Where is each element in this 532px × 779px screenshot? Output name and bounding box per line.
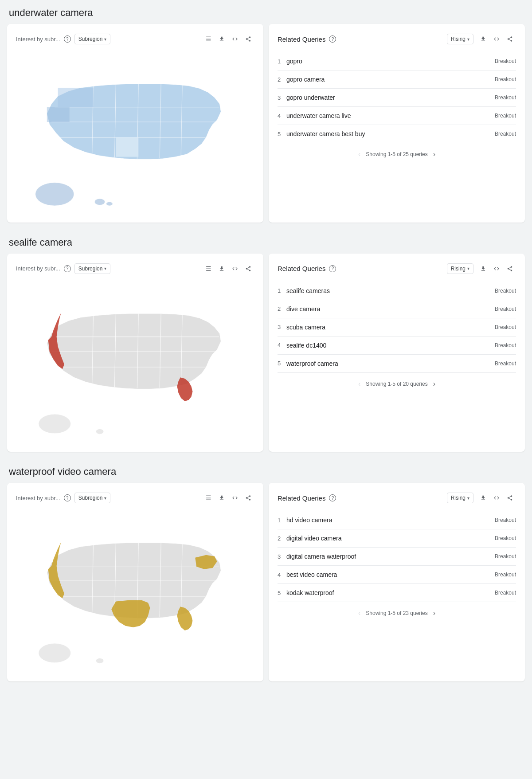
query-text[interactable]: digital video camera xyxy=(286,535,495,542)
query-text[interactable]: sealife cameras xyxy=(286,287,495,294)
query-number: 4 xyxy=(278,572,286,578)
query-badge: Breakout xyxy=(495,342,516,348)
query-row: 2 dive camera Breakout xyxy=(278,300,516,318)
query-row: 4 sealife dc1400 Breakout xyxy=(278,337,516,355)
query-text[interactable]: dive camera xyxy=(286,305,495,313)
query-badge: Breakout xyxy=(495,535,516,541)
query-badge: Breakout xyxy=(495,94,516,101)
filter-dropdown-sealife-camera[interactable]: Rising ▾ xyxy=(447,263,473,274)
dropdown-arrow: ▾ xyxy=(104,37,106,42)
query-row: 3 scuba camera Breakout xyxy=(278,318,516,337)
list-icon-underwater-camera[interactable]: ☰ xyxy=(202,33,215,45)
map-help-icon-underwater-camera[interactable]: ? xyxy=(64,35,71,43)
filter-dropdown-arrow: ▾ xyxy=(467,37,469,42)
section-title-underwater-camera: underwater camera xyxy=(7,7,525,19)
queries-help-icon-waterproof-video-camera[interactable]: ? xyxy=(329,494,336,501)
map-help-icon-sealife-camera[interactable]: ? xyxy=(64,265,71,272)
query-row: 1 sealife cameras Breakout xyxy=(278,282,516,300)
section-waterproof-video-camera: waterproof video camera Interest by subr… xyxy=(7,466,525,681)
pagination-text: Showing 1-5 of 20 queries xyxy=(366,381,427,387)
query-badge: Breakout xyxy=(495,58,516,64)
query-number: 3 xyxy=(278,324,286,330)
svg-point-22 xyxy=(39,414,71,434)
prev-page-arrow[interactable]: ‹ xyxy=(358,150,360,158)
svg-point-33 xyxy=(96,658,103,664)
download-icon-sealife-camera[interactable] xyxy=(215,262,228,275)
query-number: 1 xyxy=(278,517,286,524)
list-icon-sealife-camera[interactable]: ☰ xyxy=(202,262,215,275)
queries-download-icon-underwater-camera[interactable] xyxy=(477,33,489,45)
pagination-sealife-camera: ‹ Showing 1-5 of 20 queries › xyxy=(278,380,516,388)
query-text[interactable]: underwater camera live xyxy=(286,112,495,119)
download-icon-underwater-camera[interactable] xyxy=(215,33,228,45)
map-help-icon-waterproof-video-camera[interactable]: ? xyxy=(64,494,71,501)
queries-embed-icon-underwater-camera[interactable] xyxy=(490,33,503,45)
queries-share-icon-sealife-camera[interactable] xyxy=(504,262,516,275)
query-badge: Breakout xyxy=(495,572,516,578)
query-text[interactable]: underwater camera best buy xyxy=(286,130,495,137)
queries-help-icon-sealife-camera[interactable]: ? xyxy=(329,265,336,272)
queries-embed-icon-waterproof-video-camera[interactable] xyxy=(490,492,503,504)
list-icon-waterproof-video-camera[interactable]: ☰ xyxy=(202,492,215,504)
queries-download-icon-sealife-camera[interactable] xyxy=(477,262,489,275)
next-page-arrow[interactable]: › xyxy=(433,150,435,158)
queries-title-underwater-camera: Related Queries xyxy=(278,35,325,43)
filter-dropdown-waterproof-video-camera[interactable]: Rising ▾ xyxy=(447,493,473,503)
query-row: 3 digital camera waterproof Breakout xyxy=(278,548,516,566)
queries-share-icon-underwater-camera[interactable] xyxy=(504,33,516,45)
subregion-dropdown-sealife-camera[interactable]: Subregion ▾ xyxy=(74,263,111,274)
query-text[interactable]: kodak waterproof xyxy=(286,589,495,596)
query-text[interactable]: best video camera xyxy=(286,571,495,578)
queries-title-sealife-camera: Related Queries xyxy=(278,265,325,272)
query-badge: Breakout xyxy=(495,113,516,119)
query-text[interactable]: digital camera waterproof xyxy=(286,553,495,560)
query-badge: Breakout xyxy=(495,517,516,523)
query-number: 1 xyxy=(278,58,286,65)
share-icon-sealife-camera[interactable] xyxy=(242,262,254,275)
queries-download-icon-waterproof-video-camera[interactable] xyxy=(477,492,489,504)
query-row: 4 underwater camera live Breakout xyxy=(278,107,516,125)
query-number: 2 xyxy=(278,76,286,83)
share-icon-underwater-camera[interactable] xyxy=(242,33,254,45)
prev-page-arrow[interactable]: ‹ xyxy=(358,380,360,388)
section-title-sealife-camera: sealife camera xyxy=(7,237,525,248)
svg-point-12 xyxy=(94,199,105,205)
next-page-arrow[interactable]: › xyxy=(433,380,435,388)
pagination-underwater-camera: ‹ Showing 1-5 of 25 queries › xyxy=(278,150,516,158)
pagination-text: Showing 1-5 of 25 queries xyxy=(366,151,427,157)
next-page-arrow[interactable]: › xyxy=(433,609,435,617)
svg-rect-8 xyxy=(116,137,138,157)
query-badge: Breakout xyxy=(495,590,516,596)
query-text[interactable]: waterproof camera xyxy=(286,360,495,367)
svg-point-11 xyxy=(35,183,74,206)
queries-share-icon-waterproof-video-camera[interactable] xyxy=(504,492,516,504)
queries-help-icon-underwater-camera[interactable]: ? xyxy=(329,35,336,43)
query-text[interactable]: gopro camera xyxy=(286,76,495,83)
filter-dropdown-arrow: ▾ xyxy=(467,266,469,271)
query-text[interactable]: sealife dc1400 xyxy=(286,342,495,349)
map-container-sealife-camera xyxy=(16,282,254,443)
query-row: 5 waterproof camera Breakout xyxy=(278,355,516,373)
map-card-waterproof-video-camera: Interest by subr... ? Subregion ▾ ☰ xyxy=(7,483,263,681)
query-badge: Breakout xyxy=(495,306,516,312)
download-icon-waterproof-video-camera[interactable] xyxy=(215,492,228,504)
embed-icon-underwater-camera[interactable] xyxy=(229,33,241,45)
map-container-underwater-camera xyxy=(16,52,254,214)
query-text[interactable]: scuba camera xyxy=(286,324,495,331)
filter-dropdown-underwater-camera[interactable]: Rising ▾ xyxy=(447,34,473,44)
map-card-underwater-camera: Interest by subr... ? Subregion ▾ ☰ xyxy=(7,24,263,223)
query-number: 1 xyxy=(278,287,286,294)
subregion-dropdown-waterproof-video-camera[interactable]: Subregion ▾ xyxy=(74,493,111,503)
subregion-dropdown-underwater-camera[interactable]: Subregion ▾ xyxy=(74,34,111,44)
queries-embed-icon-sealife-camera[interactable] xyxy=(490,262,503,275)
prev-page-arrow[interactable]: ‹ xyxy=(358,609,360,617)
query-text[interactable]: hd video camera xyxy=(286,517,495,524)
embed-icon-sealife-camera[interactable] xyxy=(229,262,241,275)
share-icon-waterproof-video-camera[interactable] xyxy=(242,492,254,504)
embed-icon-waterproof-video-camera[interactable] xyxy=(229,492,241,504)
query-number: 2 xyxy=(278,305,286,312)
query-text[interactable]: gopro xyxy=(286,58,495,65)
query-text[interactable]: gopro underwater xyxy=(286,94,495,101)
query-number: 3 xyxy=(278,553,286,560)
map-card-title-underwater-camera: Interest by subr... xyxy=(16,36,60,43)
